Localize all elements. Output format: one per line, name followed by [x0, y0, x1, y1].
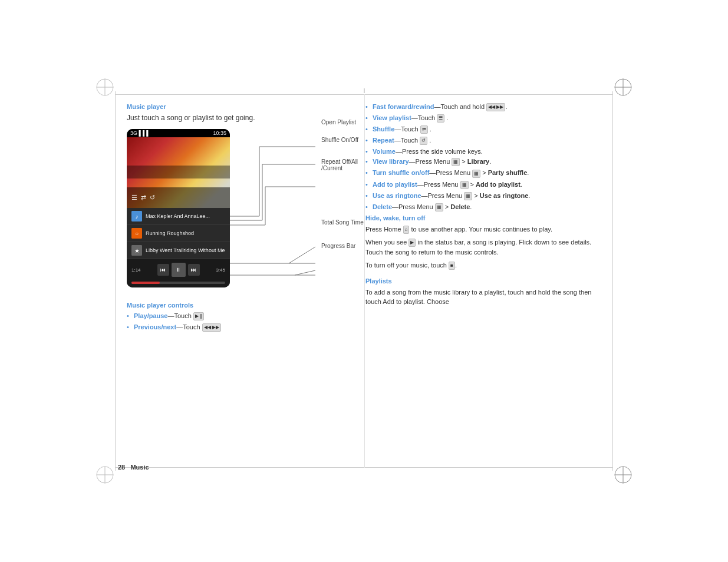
right-column: Fast forward/rewind—Touch and hold ◀◀ ▶▶… [365, 103, 598, 314]
repeat-touch-icon: ↺ [420, 137, 427, 145]
bullet-delete: Delete—Press Menu ▦ > Delete. [365, 203, 598, 211]
bullet-view-library: View library—Press Menu ▦ > Library. [365, 158, 598, 166]
album-art: ☰ ⇄ ↺ [127, 137, 230, 208]
playback-controls: 1:14 ⏮ ⏸ ⏭ 3:45 [127, 259, 230, 280]
callout-repeat: Repeat Off/All/Current [321, 158, 358, 171]
left-section-title: Music player [127, 103, 339, 110]
svg-line-28 [289, 247, 315, 263]
callout-lines-svg [230, 129, 315, 318]
song-item-1: ♪ Max Kepler And AnnaLee... [127, 208, 230, 225]
bullet-ringtone: Use as ringtone—Press Menu ▦ > Use as ri… [365, 192, 598, 200]
time-start: 1:14 [131, 267, 141, 273]
progress-fill [131, 282, 160, 284]
playlist-view-icon: ☰ [437, 114, 444, 123]
left-column: Music player Just touch a song or playli… [127, 103, 339, 335]
bullet-ff-rw: Fast forward/rewind—Touch and hold ◀◀ ▶▶… [365, 103, 598, 111]
song-title-3: Libby Went Trailriding Without Me [146, 247, 225, 253]
playlists-section: Playlists To add a song from the music l… [365, 277, 598, 307]
bullet-view-playlist: View playlist—Touch ☰ . [365, 114, 598, 123]
play-controls: ⏮ ⏸ ⏭ [144, 263, 213, 277]
pause-button[interactable]: ⏸ [172, 263, 186, 277]
repeat-icon[interactable]: ↺ [150, 194, 155, 201]
menu-icon-2: ▦ [472, 170, 480, 178]
prev-button[interactable]: ⏮ [157, 264, 169, 276]
callout-total-time: Total Song Time [321, 219, 364, 226]
music-icon-1: ♪ [131, 211, 142, 222]
svg-text:★: ★ [134, 247, 140, 254]
hide-wake-title: Hide, wake, turn off [365, 214, 598, 222]
control-prev-next: Previous/next—Touch ◀◀ ▶▶ [127, 323, 339, 332]
phone-status-bar: 3G ▌▌▌ 10:35 [127, 129, 230, 137]
hide-wake-para-1: Press Home ⌂ to use another app. Your mu… [365, 224, 598, 234]
hide-wake-para-3: To turn off your music, touch ■. [365, 260, 598, 270]
bullet-repeat: Repeat—Touch ↺ . [365, 137, 598, 145]
playlists-title: Playlists [365, 277, 598, 285]
shuffle-touch-icon: ⇄ [420, 125, 428, 134]
song-item-2: ○ Running Roughshod [127, 225, 230, 242]
next-button[interactable]: ⏭ [188, 264, 200, 276]
phone-callout-area: 3G ▌▌▌ 10:35 ☰ ⇄ ↺ [127, 129, 339, 297]
progress-bar-container [127, 280, 230, 287]
center-divider [364, 94, 365, 468]
right-rule [612, 91, 613, 471]
bullet-add-playlist: Add to playlist—Press Menu ▦ > Add to pl… [365, 181, 598, 189]
callout-shuffle: Shuffle On/Off [321, 137, 358, 143]
playlist-icon[interactable]: ☰ [131, 194, 137, 201]
menu-icon-5: ▦ [435, 203, 443, 211]
bullet-turn-shuffle: Turn shuffle on/off—Press Menu ▦ > Party… [365, 169, 598, 177]
reg-mark-tr [612, 77, 634, 98]
svg-text:○: ○ [135, 230, 139, 237]
left-rule [115, 91, 116, 471]
ff-rw-icon: ◀◀ ▶▶ [486, 103, 505, 111]
hide-wake-section: Hide, wake, turn off Press Home ⌂ to use… [365, 214, 598, 270]
play-pause-icon: ▶ ‖ [193, 312, 204, 320]
progress-bar [131, 282, 225, 284]
player-overlay-controls: ☰ ⇄ ↺ [127, 187, 230, 208]
song-title-2: Running Roughshod [146, 230, 225, 236]
menu-icon-3: ▦ [460, 181, 469, 189]
reg-mark-bl [94, 464, 116, 485]
hide-wake-para-2: When you see ▶ in the status bar, a song… [365, 237, 598, 257]
svg-text:♪: ♪ [136, 213, 139, 220]
play-status-icon: ▶ [409, 239, 416, 247]
callout-open-playlist: Open Playlist [321, 119, 356, 125]
prev-next-icon: ◀◀ ▶▶ [202, 323, 221, 332]
song-title-1: Max Kepler And AnnaLee... [146, 213, 225, 219]
menu-icon-4: ▦ [464, 192, 472, 200]
menu-icon-1: ▦ [452, 158, 460, 166]
callout-progress-bar: Progress Bar [321, 243, 355, 249]
controls-list: Play/pause—Touch ▶ ‖ Previous/next—Touch… [127, 312, 339, 332]
shuffle-icon[interactable]: ⇄ [141, 194, 146, 201]
time-end: 3:45 [216, 267, 225, 273]
page-number: 28 Music [118, 464, 149, 471]
playlists-para-1: To add a song from the music library to … [365, 287, 598, 307]
bullet-volume: Volume—Press the side volume keys. [365, 148, 598, 155]
control-play-pause: Play/pause—Touch ▶ ‖ [127, 312, 339, 320]
podcast-icon: ○ [131, 228, 142, 239]
song-item-3: ★ Libby Went Trailriding Without Me [127, 242, 230, 259]
reg-mark-tl [94, 77, 116, 98]
stop-icon: ■ [449, 262, 455, 270]
bullet-shuffle: Shuffle—Touch ⇄ . [365, 125, 598, 134]
song-list: ♪ Max Kepler And AnnaLee... ○ Running Ro… [127, 208, 230, 259]
phone-mockup: 3G ▌▌▌ 10:35 ☰ ⇄ ↺ [127, 129, 230, 297]
home-icon: ⌂ [403, 226, 410, 234]
feature-bullets: Fast forward/rewind—Touch and hold ◀◀ ▶▶… [365, 103, 598, 211]
intro-text: Just touch a song or playlist to get goi… [127, 114, 339, 122]
reg-mark-br [612, 464, 634, 485]
star-icon: ★ [131, 245, 142, 256]
svg-line-30 [295, 270, 315, 275]
